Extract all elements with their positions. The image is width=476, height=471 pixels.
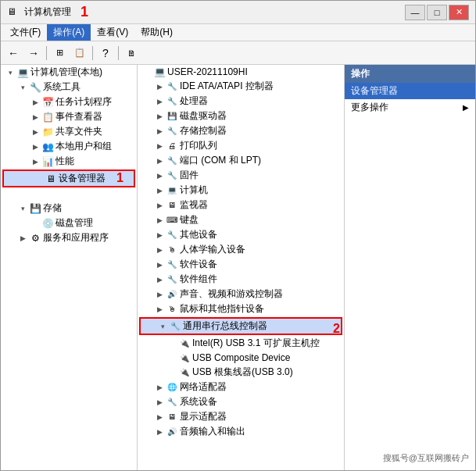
window-title: 计算机管理 — [24, 5, 71, 19]
expand-root: ▾ — [4, 66, 16, 79]
expand-local-users: ▶ — [29, 141, 41, 153]
toolbar-btn-3[interactable]: 🗎 — [122, 45, 141, 62]
icon-com-lpt: 🔧 — [166, 155, 178, 167]
expand-network-adapters: ▶ — [153, 381, 166, 394]
menu-action[interactable]: 操作(A) — [47, 24, 91, 41]
tree-item-hid[interactable]: ▶ 🖱 人体学输入设备 — [138, 242, 344, 257]
toolbar-btn-1[interactable]: ⊞ — [50, 45, 69, 62]
toolbar-btn-2[interactable]: 📋 — [70, 45, 89, 62]
tree-item-device-manager[interactable]: 🖥 设备管理器 — [4, 171, 134, 186]
label-usb-controllers: 通用串行总线控制器 — [183, 319, 267, 333]
menu-view[interactable]: 查看(V) — [91, 24, 134, 41]
tree-item-processor[interactable]: ▶ 🔧 处理器 — [138, 94, 344, 109]
tree-item-audio-io[interactable]: ▶ 🔊 音频输入和输出 — [138, 424, 344, 439]
label-task-scheduler: 任务计划程序 — [55, 95, 112, 109]
icon-storage: 💾 — [29, 202, 41, 215]
expand-other-devices: ▶ — [153, 229, 166, 241]
expand-keyboards: ▶ — [153, 214, 166, 227]
icon-root: 💻 — [16, 66, 29, 79]
tree-item-mice[interactable]: ▶ 🖱 鼠标和其他指针设备 — [138, 302, 344, 316]
maximize-button[interactable]: □ — [427, 5, 447, 20]
icon-intel-usb: 🔌 — [178, 337, 191, 350]
tree-item-display-adapters[interactable]: ▶ 🖥 显示适配器 — [138, 409, 344, 424]
tree-item-com-lpt[interactable]: ▶ 🔧 端口 (COM 和 LPT) — [138, 153, 344, 168]
tree-item-software-components[interactable]: ▶ 🔧 软件组件 — [138, 272, 344, 287]
toolbar-help[interactable]: ? — [96, 45, 115, 62]
tree-item-software-devices[interactable]: ▶ 🔧 软件设备 — [138, 257, 344, 272]
tree-item-local-users[interactable]: ▶ 👥 本地用户和组 — [1, 139, 137, 154]
icon-software-components: 🔧 — [166, 273, 178, 286]
tree-item-comp[interactable]: ▶ 💻 计算机 — [138, 183, 344, 198]
expand-usb-root-hub — [166, 366, 178, 379]
toolbar-forward[interactable]: → — [24, 45, 43, 62]
expand-software-devices: ▶ — [153, 259, 166, 271]
right-panel: 操作 设备管理器 更多操作 ▶ — [345, 65, 475, 470]
tree-item-usb-composite[interactable]: 🔌 USB Composite Device — [138, 351, 344, 365]
tree-item-services[interactable]: ▶ ⚙ 服务和应用程序 — [1, 230, 137, 245]
action-item-more[interactable]: 更多操作 ▶ — [345, 99, 475, 116]
icon-disk-manager: 💿 — [41, 217, 54, 230]
close-button[interactable]: ✕ — [449, 5, 469, 20]
tree-item-task-scheduler[interactable]: ▶ 📅 任务计划程序 — [1, 95, 137, 109]
expand-software-components: ▶ — [153, 273, 166, 286]
expand-print-queue: ▶ — [153, 140, 166, 152]
icon-software-devices: 🔧 — [166, 259, 178, 271]
tree-item-other-devices[interactable]: ▶ 🔧 其他设备 — [138, 227, 344, 242]
minimize-button[interactable]: — — [405, 5, 425, 20]
usb-controllers-box: ▾ 🔧 通用串行总线控制器 — [139, 317, 342, 335]
icon-other-devices: 🔧 — [166, 229, 178, 241]
tree-item-network-adapters[interactable]: ▶ 🌐 网络适配器 — [138, 380, 344, 394]
action-item-device-mgr[interactable]: 设备管理器 — [345, 83, 475, 99]
toolbar-back[interactable]: ← — [4, 45, 23, 62]
tree-item-intel-usb[interactable]: 🔌 Intel(R) USB 3.1 可扩展主机控 — [138, 336, 344, 351]
menu-file[interactable]: 文件(F) — [4, 24, 47, 41]
icon-sound-video: 🔊 — [166, 288, 178, 301]
icon-services: ⚙ — [29, 232, 41, 244]
tree-item-storage-ctrl[interactable]: ▶ 🔧 存储控制器 — [138, 123, 344, 138]
tree-item-computer-name[interactable]: 💻 USER-20211109HI — [138, 65, 344, 79]
tree-item-usb-root-hub[interactable]: 🔌 USB 根集线器(USB 3.0) — [138, 365, 344, 380]
expand-services: ▶ — [16, 232, 29, 244]
tree-item-system-tools[interactable]: ▾ 🔧 系统工具 — [1, 80, 137, 95]
tree-item-print-queue[interactable]: ▶ 🖨 打印队列 — [138, 138, 344, 153]
tree-item-disk-manager[interactable]: 💿 磁盘管理 — [1, 216, 137, 230]
icon-monitors: 🖥 — [166, 199, 178, 212]
expand-system-devices: ▶ — [153, 396, 166, 409]
expand-comp: ▶ — [153, 184, 166, 197]
tree-item-keyboards[interactable]: ▶ ⌨ 键盘 — [138, 212, 344, 227]
toolbar-sep-1 — [46, 46, 47, 60]
label-local-users: 本地用户和组 — [55, 140, 112, 153]
icon-disk-drives: 💾 — [166, 110, 178, 123]
expand-firmware: ▶ — [153, 169, 166, 182]
expand-shared-folders: ▶ — [29, 126, 41, 138]
label-services: 服务和应用程序 — [43, 231, 109, 244]
label-disk-drives: 磁盘驱动器 — [180, 109, 227, 123]
expand-intel-usb — [166, 337, 178, 350]
tree-item-shared-folders[interactable]: ▶ 📁 共享文件夹 — [1, 124, 137, 139]
action-header: 操作 — [345, 65, 475, 83]
tree-item-performance[interactable]: ▶ 📊 性能 — [1, 154, 137, 169]
tree-item-disk-drives[interactable]: ▶ 💾 磁盘驱动器 — [138, 109, 344, 123]
icon-mice: 🖱 — [166, 303, 178, 316]
tree-item-firmware[interactable]: ▶ 🔧 固件 — [138, 168, 344, 183]
tree-item-sound-video[interactable]: ▶ 🔊 声音、视频和游戏控制器 — [138, 287, 344, 302]
tree-item-event-viewer[interactable]: ▶ 📋 事件查看器 — [1, 109, 137, 124]
label-monitors: 监视器 — [180, 198, 208, 212]
expand-hid: ▶ — [153, 244, 166, 256]
label-mice: 鼠标和其他指针设备 — [180, 302, 264, 316]
tree-item-root[interactable]: ▾ 💻 计算机管理(本地) — [1, 65, 137, 80]
icon-audio-io: 🔊 — [166, 426, 178, 438]
icon-comp: 💻 — [166, 184, 178, 197]
tree-item-system-devices[interactable]: ▶ 🔧 系统设备 — [138, 394, 344, 409]
label-other-devices: 其他设备 — [180, 228, 217, 241]
expand-performance: ▶ — [29, 155, 41, 168]
tree-item-usb-controllers[interactable]: ▾ 🔧 通用串行总线控制器 — [141, 319, 341, 334]
tree-item-ide[interactable]: ▶ 🔧 IDE ATA/ATAPI 控制器 — [138, 79, 344, 94]
menu-help[interactable]: 帮助(H) — [134, 24, 179, 41]
expand-disk-drives: ▶ — [153, 110, 166, 123]
expand-computer — [141, 66, 153, 78]
tree-item-monitors[interactable]: ▶ 🖥 监视器 — [138, 198, 344, 212]
toolbar-sep-3 — [118, 46, 119, 60]
icon-shared-folders: 📁 — [41, 126, 54, 138]
tree-item-storage[interactable]: ▾ 💾 存储 — [1, 201, 137, 216]
